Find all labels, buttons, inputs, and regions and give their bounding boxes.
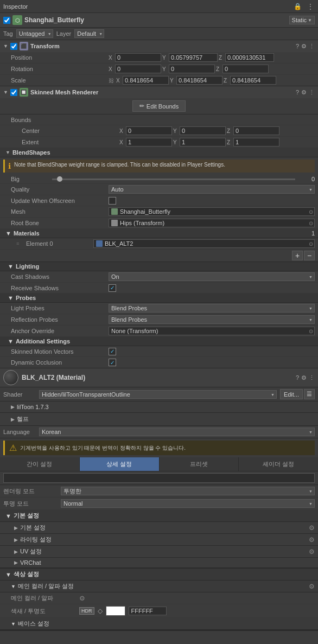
smr-help-icon[interactable]: ? xyxy=(296,89,299,96)
position-x-input[interactable] xyxy=(115,53,161,62)
settings-item-basic-gear[interactable]: ⚙ xyxy=(309,524,315,532)
language-select[interactable]: Korean xyxy=(39,428,315,436)
shader-menu-button[interactable]: ☰ xyxy=(304,389,315,399)
rotation-x-input[interactable] xyxy=(115,65,161,73)
tab-detail-settings[interactable]: 상세 설정 xyxy=(80,457,160,471)
hdr-badge[interactable]: HDR xyxy=(79,607,94,615)
main-color-alpha-subcat[interactable]: ▼ 메인 컬러 / 알파 설정 ⚙ xyxy=(0,581,318,592)
settings-item-basic[interactable]: ▶ 기본 설정 ⚙ xyxy=(0,522,318,534)
rotation-y-input[interactable] xyxy=(169,65,215,73)
transform-header[interactable]: ▼ ⬛ Transform ? ⚙ ⋮ xyxy=(0,40,318,52)
bounds-extent-x-input[interactable] xyxy=(126,138,172,146)
bounds-center-y-input[interactable] xyxy=(180,126,226,135)
settings-item-uv[interactable]: ▶ UV 설정 ⚙ xyxy=(0,546,318,558)
scale-x-input[interactable] xyxy=(123,76,169,85)
transparent-mode-select-wrapper[interactable]: Normal xyxy=(61,499,315,508)
mesh-select-btn[interactable]: ⊙ xyxy=(309,209,313,215)
bounds-center-x-input[interactable] xyxy=(126,126,172,135)
cast-shadows-select[interactable]: On xyxy=(109,272,315,281)
tab-presets[interactable]: 프리셋 xyxy=(160,457,239,471)
quality-value[interactable]: Auto xyxy=(109,185,315,194)
help-toggle[interactable]: ▶ 헬프 xyxy=(11,414,315,424)
element-0-select-btn[interactable]: ⊙ xyxy=(309,241,313,247)
settings-item-lighting-gear[interactable]: ⚙ xyxy=(309,536,315,544)
lighting-section-header[interactable]: ▼ Lighting xyxy=(0,262,318,271)
bounds-extent-z-input[interactable] xyxy=(233,138,279,146)
render-mode-select-wrapper[interactable]: 투명한 xyxy=(61,487,315,495)
quality-select[interactable]: Auto xyxy=(109,185,315,194)
lock-icon[interactable]: 🔒 xyxy=(292,3,303,10)
static-dropdown[interactable]: Static ▼ xyxy=(289,16,315,24)
rotation-z-input[interactable] xyxy=(222,65,269,73)
tag-dropdown-wrapper[interactable]: Untagged xyxy=(16,29,53,38)
dynamic-occ-checkbox[interactable]: ✓ xyxy=(109,359,116,366)
color-settings-cat-header[interactable]: ▼ 색상 설정 xyxy=(0,569,318,581)
render-mode-select[interactable]: 투명한 xyxy=(61,487,315,495)
scale-y-input[interactable] xyxy=(176,76,222,85)
big-slider[interactable] xyxy=(52,178,295,180)
position-label: Position xyxy=(11,54,109,61)
settings-item-lighting[interactable]: ▶ 라이팅 설정 ⚙ xyxy=(0,534,318,546)
transform-settings-icon[interactable]: ⚙ xyxy=(301,43,307,50)
mesh-field[interactable]: Shanghai_Butterfly ⊙ xyxy=(109,207,315,216)
update-offscreen-checkbox[interactable] xyxy=(109,197,116,205)
materials-header[interactable]: ▼ Materials 1 xyxy=(0,229,318,238)
color-hex-input[interactable] xyxy=(129,607,167,615)
edit-bounds-button[interactable]: ✏ Edit Bounds xyxy=(132,100,186,112)
remove-material-button[interactable]: − xyxy=(304,251,315,260)
settings-item-uv-gear[interactable]: ⚙ xyxy=(309,548,315,556)
smr-more-icon[interactable]: ⋮ xyxy=(309,89,315,96)
scale-z-input[interactable] xyxy=(230,76,276,85)
cast-shadows-value[interactable]: On xyxy=(109,272,315,281)
blendshapes-header[interactable]: ▼ BlendShapes xyxy=(0,148,318,157)
position-y-input[interactable] xyxy=(169,53,218,62)
receive-shadows-checkbox[interactable]: ✓ xyxy=(109,284,116,292)
position-z-input[interactable] xyxy=(225,53,274,62)
base-settings-subcat[interactable]: ▼ 베이스 설정 xyxy=(0,618,318,630)
main-color-gear[interactable]: ⚙ xyxy=(79,595,85,602)
shader-select-wrapper[interactable]: Hidden/lilToonTransparentOutline xyxy=(39,390,277,399)
smr-settings-icon[interactable]: ⚙ xyxy=(301,89,307,96)
material-more-icon[interactable]: ⋮ xyxy=(309,374,315,381)
layer-dropdown-wrapper[interactable]: Default xyxy=(74,29,104,38)
tag-dropdown[interactable]: Untagged xyxy=(16,29,53,38)
shader-select[interactable]: Hidden/lilToonTransparentOutline xyxy=(39,390,277,399)
more-icon[interactable]: ⋮ xyxy=(306,3,315,10)
probes-section-header[interactable]: ▼ Probes xyxy=(0,294,318,303)
color-swatch[interactable] xyxy=(106,606,125,616)
shader-edit-button[interactable]: Edit... xyxy=(280,389,303,399)
bounds-extent-y-input[interactable] xyxy=(180,138,226,146)
light-probes-select[interactable]: Blend Probes xyxy=(109,304,315,313)
layer-dropdown[interactable]: Default xyxy=(74,29,104,38)
root-bone-field[interactable]: Hips (Transform) ⊙ xyxy=(109,219,315,227)
root-bone-select-btn[interactable]: ⊙ xyxy=(309,220,313,226)
additional-section-header[interactable]: ▼ Additional Settings xyxy=(0,337,318,346)
reflection-probes-select[interactable]: Blend Probes xyxy=(109,315,315,324)
material-settings-icon[interactable]: ⚙ xyxy=(301,374,307,381)
liltoon-version-toggle[interactable]: ▶ lilToon 1.7.3 xyxy=(11,403,315,411)
anchor-override-select-btn[interactable]: ⊙ xyxy=(309,328,313,334)
smr-enable-checkbox[interactable] xyxy=(10,89,17,96)
transform-enable-checkbox[interactable] xyxy=(10,43,17,50)
element-0-field[interactable]: BLK_ALT2 ⊙ xyxy=(93,239,315,248)
tab-simple-settings[interactable]: 간이 설정 xyxy=(0,457,80,471)
add-material-button[interactable]: + xyxy=(292,251,303,260)
skinned-mv-checkbox[interactable]: ✓ xyxy=(109,348,116,355)
material-help-icon[interactable]: ? xyxy=(296,374,299,381)
light-probes-value[interactable]: Blend Probes xyxy=(109,304,315,313)
anchor-override-field[interactable]: None (Transform) ⊙ xyxy=(109,327,315,335)
bounds-center-z-input[interactable] xyxy=(233,126,279,135)
reflection-probes-value[interactable]: Blend Probes xyxy=(109,315,315,324)
transparent-mode-select[interactable]: Normal xyxy=(61,499,315,508)
main-color-alpha-gear[interactable]: ⚙ xyxy=(309,583,315,590)
language-select-wrapper[interactable]: Korean xyxy=(39,428,315,436)
gameobject-active-checkbox[interactable] xyxy=(3,17,10,24)
transform-more-icon[interactable]: ⋮ xyxy=(309,43,315,50)
transform-help-icon[interactable]: ? xyxy=(296,43,299,50)
smr-header[interactable]: ▼ 🔲 Skinned Mesh Renderer ? ⚙ ⋮ xyxy=(0,86,318,98)
alpha-icon[interactable]: ◇ xyxy=(98,607,103,615)
basic-settings-cat-header[interactable]: ▼ 기본 설정 xyxy=(0,510,318,522)
search-input[interactable] xyxy=(3,473,315,483)
settings-item-vrchat[interactable]: ▶ VRChat xyxy=(0,558,318,568)
tab-shader-settings[interactable]: 셰이더 설정 xyxy=(239,457,318,471)
